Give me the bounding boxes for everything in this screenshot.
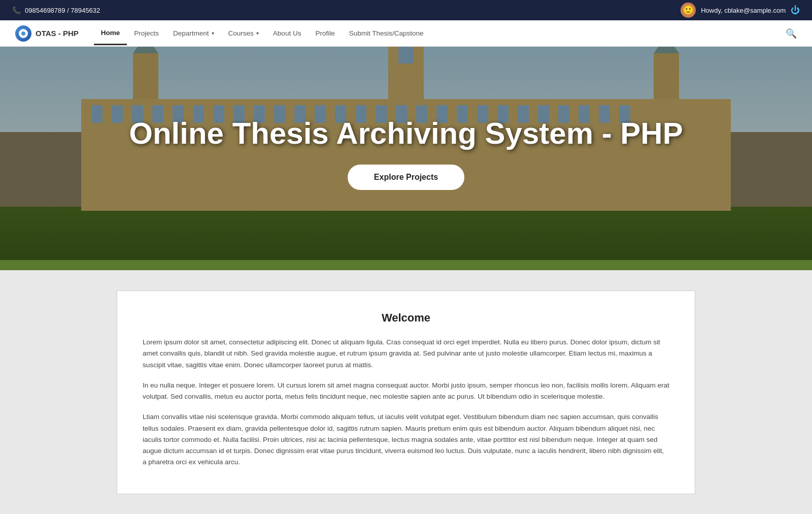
welcome-section: Welcome Lorem ipsum dolor sit amet, cons… (0, 270, 812, 514)
nav-item-about[interactable]: About Us (266, 22, 309, 44)
welcome-title: Welcome (143, 311, 669, 325)
welcome-para-3: Ltiam convallis vitae nisi scelerisque g… (143, 411, 669, 468)
navbar-logo (15, 25, 31, 42)
topbar: 📞 09854698789 / 78945632 🙂 Howdy, cblake… (0, 0, 812, 20)
navbar-brand[interactable]: OTAS - PHP (15, 25, 79, 42)
welcome-para-2: In eu nulla neque. Integer et posuere lo… (143, 380, 669, 403)
navbar-brand-text: OTAS - PHP (36, 29, 79, 38)
hero-section: Online Thesis Archiving System - PHP Exp… (0, 47, 812, 260)
navbar: OTAS - PHP Home Projects Department▾ Cou… (0, 20, 812, 47)
topbar-greeting: Howdy, cblake@sample.com (701, 7, 786, 14)
phone-icon: 📞 (12, 6, 21, 14)
topbar-right: 🙂 Howdy, cblake@sample.com ⏻ (681, 3, 800, 18)
nav-link-department[interactable]: Department▾ (166, 22, 221, 44)
navbar-logo-inner (19, 29, 28, 38)
topbar-left: 📞 09854698789 / 78945632 (12, 6, 100, 14)
navbar-logo-dot (21, 31, 25, 36)
courses-chevron: ▾ (256, 30, 259, 36)
hero-content: Online Thesis Archiving System - PHP Exp… (0, 117, 812, 190)
nav-link-about[interactable]: About Us (266, 22, 309, 44)
grass-strip (0, 260, 812, 270)
search-icon[interactable]: 🔍 (786, 28, 797, 39)
explore-projects-button[interactable]: Explore Projects (348, 165, 464, 190)
nav-item-projects[interactable]: Projects (127, 22, 166, 44)
welcome-para-1: Lorem ipsum dolor sit amet, consectetur … (143, 337, 669, 371)
nav-item-profile[interactable]: Profile (308, 22, 342, 44)
nav-link-projects[interactable]: Projects (127, 22, 166, 44)
nav-item-department[interactable]: Department▾ (166, 22, 221, 44)
nav-link-home[interactable]: Home (94, 22, 127, 45)
nav-item-courses[interactable]: Courses▾ (221, 22, 266, 44)
nav-item-home[interactable]: Home (94, 22, 127, 45)
topbar-phone: 09854698789 / 78945632 (25, 7, 100, 14)
avatar: 🙂 (681, 3, 696, 18)
nav-link-courses[interactable]: Courses▾ (221, 22, 266, 44)
navbar-nav: Home Projects Department▾ Courses▾ About… (94, 22, 786, 45)
nav-link-submit[interactable]: Submit Thesis/Capstone (342, 22, 431, 44)
navbar-search[interactable]: 🔍 (786, 28, 797, 39)
nav-link-profile[interactable]: Profile (308, 22, 342, 44)
welcome-card: Welcome Lorem ipsum dolor sit amet, cons… (117, 291, 695, 494)
department-chevron: ▾ (212, 30, 214, 36)
nav-item-submit[interactable]: Submit Thesis/Capstone (342, 22, 431, 44)
logout-icon[interactable]: ⏻ (791, 5, 800, 16)
hero-title: Online Thesis Archiving System - PHP (0, 117, 812, 150)
